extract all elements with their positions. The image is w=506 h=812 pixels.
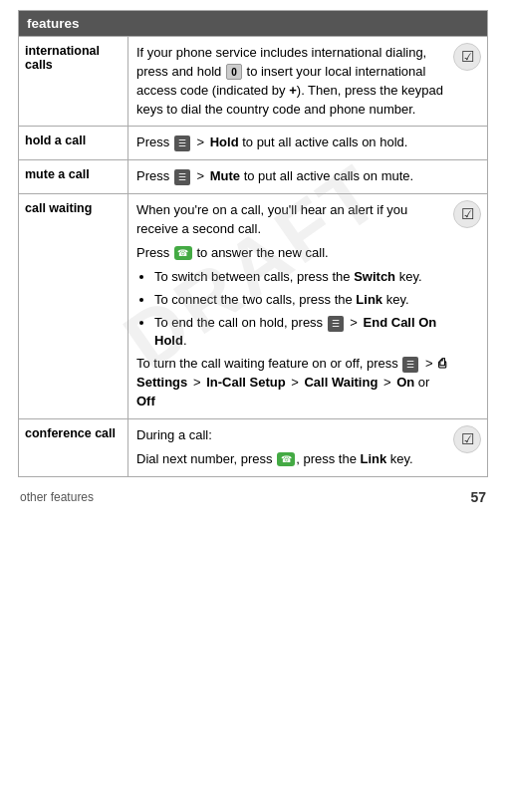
table-row: conference call ☑ During a call: Dial ne… (19, 418, 488, 476)
feature-desc-callwaiting: ☑ When you're on a call, you'll hear an … (128, 194, 488, 419)
menu-key-icon: ☰ (174, 135, 190, 151)
footer: other features 57 (18, 489, 488, 505)
menu-key-icon: ☰ (402, 357, 418, 373)
feature-desc-international: ☑ If your phone service includes interna… (128, 37, 488, 127)
call-waiting-list: To switch between calls, press the Switc… (154, 268, 447, 351)
table-header: features (19, 11, 488, 37)
accessibility-icon: ☑ (453, 43, 481, 71)
call-key-icon: ☎ (174, 246, 192, 260)
table-row: international calls ☑ If your phone serv… (19, 37, 488, 127)
feature-name-international: international calls (19, 37, 128, 127)
feature-name-hold: hold a call (19, 127, 128, 160)
feature-name-conference: conference call (19, 418, 128, 476)
footer-page-number: 57 (470, 489, 486, 505)
feature-desc-mute: Press ☰ > Mute to put all active calls o… (128, 160, 488, 194)
menu-key-icon: ☰ (174, 169, 190, 185)
footer-label: other features (20, 490, 94, 504)
table-row: hold a call Press ☰ > Hold to put all ac… (19, 127, 488, 160)
features-table: features international calls ☑ If your p… (18, 10, 488, 477)
table-row: call waiting ☑ When you're on a call, yo… (19, 194, 488, 419)
feature-name-mute: mute a call (19, 160, 128, 194)
menu-key-icon: ☰ (328, 316, 344, 332)
feature-name-callwaiting: call waiting (19, 194, 128, 419)
zero-key: 0 (226, 64, 242, 80)
accessibility-icon-3: ☑ (453, 425, 481, 453)
feature-desc-hold: Press ☰ > Hold to put all active calls o… (128, 127, 488, 160)
accessibility-icon-2: ☑ (453, 200, 481, 228)
table-row: mute a call Press ☰ > Mute to put all ac… (19, 160, 488, 194)
call-key-icon-2: ☎ (277, 452, 295, 466)
feature-desc-conference: ☑ During a call: Dial next number, press… (128, 418, 488, 476)
